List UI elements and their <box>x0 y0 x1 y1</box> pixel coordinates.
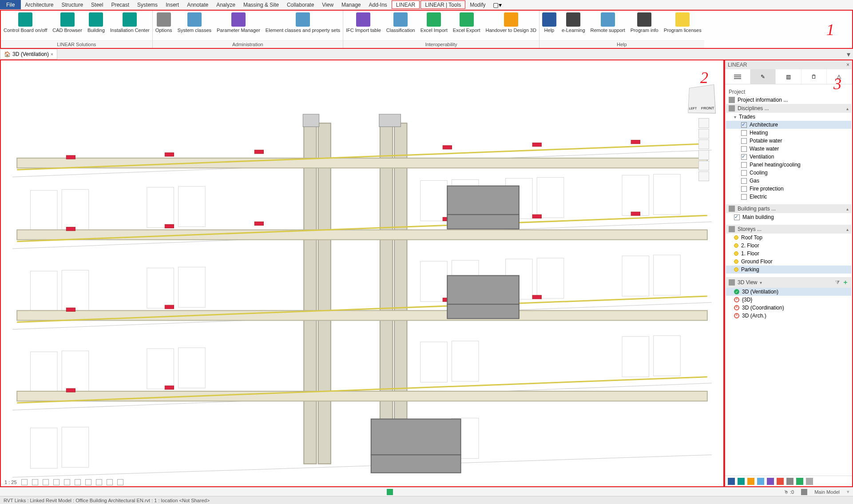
btn-handover-3d[interactable]: Handover to Design 3D <box>483 12 539 40</box>
row-disciplines[interactable]: Disciplines ...▴ <box>726 104 851 113</box>
row-trades[interactable]: ▾Trades <box>726 113 851 121</box>
checkbox[interactable] <box>741 130 747 136</box>
tool-1-icon[interactable] <box>728 478 735 485</box>
menu-structure[interactable]: Structure <box>57 0 87 9</box>
menu-file[interactable]: File <box>0 0 21 9</box>
panel-tab-columns[interactable]: ▥ <box>776 69 801 84</box>
filter-icon[interactable]: ⧩ <box>835 279 840 286</box>
view-3d-arch[interactable]: 3D (Arch.) <box>726 312 851 320</box>
btn-program-info[interactable]: Program info <box>628 12 661 40</box>
view-3d-ventilation[interactable]: ✓3D (Ventilation) <box>726 288 851 296</box>
tool-5-icon[interactable] <box>767 478 774 485</box>
panel-tab-menu[interactable] <box>725 69 750 84</box>
tool-6-icon[interactable] <box>777 478 784 485</box>
trade-ventilation[interactable]: Ventilation <box>726 153 851 161</box>
menu-systems[interactable]: Systems <box>133 0 162 9</box>
btn-elearning[interactable]: e-Learning <box>559 12 588 40</box>
menu-modify[interactable]: Modify <box>466 0 489 9</box>
btn-building[interactable]: Building <box>85 12 107 40</box>
btn-parameter-manager[interactable]: Parameter Manager <box>214 12 263 40</box>
checkbox[interactable] <box>741 146 747 152</box>
nav-home-icon[interactable] <box>698 129 709 139</box>
temp-hide-icon[interactable] <box>107 479 113 485</box>
view-scale[interactable]: 1 : 25 <box>4 480 17 485</box>
crop-icon[interactable] <box>75 479 81 485</box>
navcube-front[interactable]: FRONT <box>700 105 715 111</box>
nav-cube[interactable]: LEFT FRONT <box>688 84 716 114</box>
detail-level-icon[interactable] <box>21 479 28 485</box>
checkbox[interactable] <box>741 154 747 160</box>
btn-element-classes[interactable]: Element classes and property sets <box>263 12 343 40</box>
checkbox[interactable] <box>741 186 747 192</box>
view-3d[interactable]: {3D} <box>726 296 851 304</box>
storey-ground[interactable]: Ground Floor <box>726 258 851 266</box>
reveal-icon[interactable] <box>117 479 123 485</box>
trade-gas[interactable]: Gas <box>726 177 851 185</box>
panel-tab-edit[interactable]: ✎ <box>750 69 776 84</box>
storey-2floor[interactable]: 2. Floor <box>726 242 851 250</box>
checkbox[interactable] <box>741 170 747 176</box>
worksets-icon[interactable] <box>387 489 393 495</box>
row-main-building[interactable]: Main building <box>726 213 851 221</box>
row-project-info[interactable]: Project information ... <box>726 96 851 104</box>
tool-4-icon[interactable] <box>757 478 764 485</box>
model-label[interactable]: Main Model <box>814 489 840 495</box>
btn-help[interactable]: Help <box>540 12 559 40</box>
btn-excel-export[interactable]: Excel Export <box>450 12 483 40</box>
view-tabs-dropdown[interactable]: ▾ <box>844 50 853 59</box>
btn-install-center[interactable]: Installation Center <box>107 12 152 40</box>
view-3d-coordination[interactable]: 3D (Coordination) <box>726 304 851 312</box>
btn-control-board[interactable]: Control Board on/off <box>1 12 50 40</box>
menu-collaborate[interactable]: Collaborate <box>283 0 318 9</box>
menu-annotate[interactable]: Annotate <box>183 0 212 9</box>
tool-7-icon[interactable] <box>786 478 793 485</box>
menu-analyze[interactable]: Analyze <box>212 0 239 9</box>
storey-1floor[interactable]: 1. Floor <box>726 250 851 258</box>
btn-classification[interactable]: Classification <box>384 12 418 40</box>
btn-program-licenses[interactable]: Program licenses <box>661 12 704 40</box>
view-tab-3d-ventilation[interactable]: 🏠 3D (Ventilation) × <box>0 49 57 60</box>
row-3dview[interactable]: 3D View ▾ ⧩ ＋ <box>726 277 851 288</box>
trade-architecture[interactable]: Architecture <box>726 121 851 129</box>
checkbox[interactable] <box>741 162 747 168</box>
sun-path-icon[interactable] <box>43 479 49 485</box>
storey-parking[interactable]: Parking <box>726 266 851 274</box>
menu-manage[interactable]: Manage <box>337 0 365 9</box>
menu-addins[interactable]: Add-Ins <box>365 0 391 9</box>
menu-architecture[interactable]: Architecture <box>21 0 57 9</box>
menu-insert[interactable]: Insert <box>162 0 183 9</box>
btn-ifc-import[interactable]: IFC Import table <box>343 12 384 40</box>
trade-potable-water[interactable]: Potable water <box>726 137 851 145</box>
row-building-parts[interactable]: Building parts ...▴ <box>726 204 851 213</box>
menu-view[interactable]: View <box>318 0 337 9</box>
add-view-icon[interactable]: ＋ <box>842 278 849 286</box>
btn-excel-import[interactable]: Excel Import <box>418 12 450 40</box>
menu-extra-icon[interactable]: ▢▾ <box>493 0 502 9</box>
viewport-3d[interactable]: 2 LEFT FRONT <box>0 60 724 487</box>
checkbox[interactable] <box>741 178 747 184</box>
nav-hand-icon[interactable] <box>698 150 709 160</box>
nav-compass-icon[interactable] <box>698 118 709 128</box>
checkbox[interactable] <box>741 138 747 144</box>
lock-3d-icon[interactable] <box>96 479 102 485</box>
nav-full-icon[interactable] <box>698 139 709 149</box>
btn-system-classes[interactable]: System classes <box>175 12 214 40</box>
trade-fire[interactable]: Fire protection <box>726 185 851 193</box>
shadows-icon[interactable] <box>53 479 60 485</box>
row-storeys[interactable]: Storeys ...▴ <box>726 225 851 234</box>
btn-options[interactable]: Options <box>153 12 175 40</box>
tool-8-icon[interactable] <box>796 478 803 485</box>
menu-steel[interactable]: Steel <box>87 0 107 9</box>
tool-9-icon[interactable] <box>806 478 813 485</box>
btn-cad-browser[interactable]: CAD Browser <box>50 12 85 40</box>
menu-linear-tools[interactable]: LINEAR | Tools <box>421 0 465 9</box>
btn-remote-support[interactable]: Remote support <box>588 12 628 40</box>
trade-cooling[interactable]: Cooling <box>726 169 851 177</box>
trade-waste-water[interactable]: Waste water <box>726 145 851 153</box>
trade-panel-heating[interactable]: Panel heating/cooling <box>726 161 851 169</box>
menu-precast[interactable]: Precast <box>107 0 133 9</box>
navcube-left[interactable]: LEFT <box>688 106 698 111</box>
menu-massing-site[interactable]: Massing & Site <box>239 0 283 9</box>
visual-style-icon[interactable] <box>32 479 38 485</box>
trade-heating[interactable]: Heating <box>726 129 851 137</box>
